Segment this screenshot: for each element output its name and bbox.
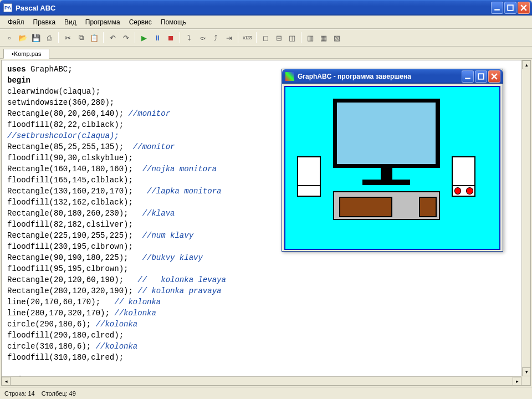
break1-button[interactable]: ◻ (259, 32, 272, 44)
run-to-button[interactable]: ⇥ (223, 32, 235, 44)
cut-button[interactable]: ✂ (62, 32, 74, 44)
vars-button[interactable]: x123 (241, 32, 253, 44)
toolbar-separator (180, 32, 180, 43)
redo-button[interactable]: ↷ (120, 32, 132, 44)
shape-rect (381, 168, 392, 180)
app-icon: PA (3, 3, 12, 12)
shape-line (297, 185, 321, 186)
tab-komp[interactable]: •Komp.pas (3, 49, 49, 59)
toolbar-separator (238, 32, 238, 43)
graph-output-window[interactable]: GraphABC - программа завершена (282, 69, 503, 252)
shape-rect (419, 197, 437, 217)
toolbar-separator (256, 32, 257, 43)
step-out-button[interactable]: ⤴ (209, 32, 222, 44)
open-button[interactable]: 📂 (17, 32, 29, 44)
graph-titlebar[interactable]: GraphABC - программа завершена (282, 69, 503, 84)
win2-button[interactable]: ▦ (318, 32, 330, 44)
win1-button[interactable]: ▥ (304, 32, 316, 44)
step-over-button[interactable]: ⤼ (196, 32, 208, 44)
status-column: Столбец: 49 (42, 390, 76, 397)
app-window: PA Pascal ABC Файл Правка Вид Программа … (0, 0, 532, 399)
shape-rect (339, 197, 393, 217)
graph-minimize-button[interactable] (462, 70, 474, 83)
maximize-button[interactable] (504, 2, 516, 14)
scroll-up-icon[interactable]: ▴ (522, 60, 531, 69)
svg-rect-3 (478, 74, 484, 79)
run-button[interactable]: ▶ (138, 32, 150, 44)
toolbar-separator (135, 32, 135, 43)
app-title: Pascal ABC (16, 4, 56, 12)
paste-button[interactable]: 📋 (88, 32, 100, 44)
close-button[interactable] (518, 2, 530, 14)
toolbar-separator (301, 32, 301, 43)
toolbar-separator (103, 32, 104, 43)
shape-circle (454, 187, 462, 195)
vertical-scrollbar[interactable]: ▴ ▾ (521, 60, 530, 376)
menubar: Файл Правка Вид Программа Сервис Помощь (0, 16, 532, 29)
shape-circle (466, 187, 473, 195)
copy-button[interactable]: ⧉ (75, 32, 87, 44)
graph-close-button[interactable] (488, 70, 500, 83)
svg-rect-2 (465, 78, 470, 79)
new-button[interactable]: ▫ (3, 32, 16, 44)
graph-app-icon (285, 72, 294, 81)
tab-strip: •Komp.pas (0, 47, 532, 59)
svg-rect-0 (494, 9, 500, 10)
shape-line (452, 185, 475, 186)
graph-canvas (284, 86, 500, 250)
main-titlebar[interactable]: PA Pascal ABC (0, 0, 532, 16)
menu-view[interactable]: Вид (60, 17, 81, 27)
menu-file[interactable]: Файл (3, 17, 29, 27)
toolbar: ▫📂💾⎙✂⧉📋↶↷▶⏸⏹⤵⤼⤴⇥x123◻⊟◫▥▦▧ (0, 29, 532, 47)
scroll-corner (521, 376, 530, 385)
pause-button[interactable]: ⏸ (151, 32, 163, 44)
scroll-right-icon[interactable]: ▸ (513, 377, 521, 386)
horizontal-scrollbar[interactable]: ◂ ▸ (2, 376, 521, 385)
minimize-button[interactable] (491, 2, 503, 14)
toolbar-separator (58, 32, 59, 43)
stop-button[interactable]: ⏹ (165, 32, 177, 44)
scroll-down-icon[interactable]: ▾ (522, 367, 531, 376)
win3-button[interactable]: ▧ (331, 32, 343, 44)
break2-button[interactable]: ⊟ (273, 32, 285, 44)
svg-rect-1 (508, 5, 513, 11)
shape-rect (336, 101, 437, 165)
menu-edit[interactable]: Правка (29, 17, 60, 27)
scroll-left-icon[interactable]: ◂ (2, 377, 11, 386)
graph-maximize-button[interactable] (475, 70, 487, 83)
undo-button[interactable]: ↶ (106, 32, 119, 44)
graph-title: GraphABC - программа завершена (298, 73, 411, 80)
menu-help[interactable]: Помощь (156, 17, 191, 27)
break3-button[interactable]: ◫ (286, 32, 298, 44)
menu-program[interactable]: Программа (81, 17, 125, 27)
statusbar: Строка: 14 Столбец: 49 (0, 387, 532, 399)
save-all-button[interactable]: ⎙ (43, 32, 55, 44)
shape-rect (297, 156, 321, 197)
shape-rect (362, 180, 410, 185)
status-line: Строка: 14 (4, 390, 35, 397)
menu-service[interactable]: Сервис (125, 17, 156, 27)
save-button[interactable]: 💾 (30, 32, 42, 44)
step-into-button[interactable]: ⤵ (183, 32, 195, 44)
editor-area: uses GraphABC; begin clearwindow(claqua)… (1, 60, 531, 386)
